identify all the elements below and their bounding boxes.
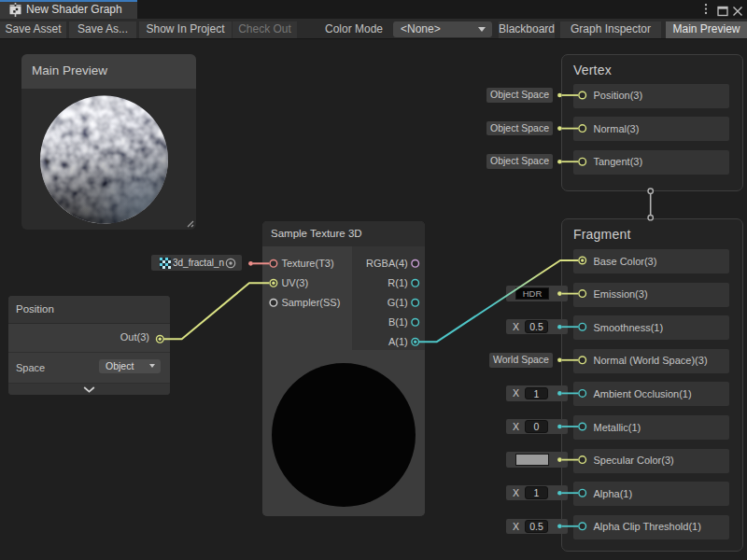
position-space-dropdown[interactable]: Object xyxy=(99,359,161,373)
axis-label: X xyxy=(513,487,519,498)
position-out-row: Out(3) xyxy=(8,324,170,353)
axis-label: X xyxy=(513,521,519,532)
fragment-slot-emission-3[interactable]: Emission(3) xyxy=(573,283,729,307)
axis-label: X xyxy=(513,321,519,332)
fragment-value-field: X0 xyxy=(506,419,568,435)
position-space-value: Object xyxy=(106,360,134,371)
fragment-slot-base-color-3[interactable]: Base Color(3) xyxy=(573,249,729,273)
value-input[interactable]: 0.5 xyxy=(525,320,548,333)
slot-label: Metallic(1) xyxy=(594,422,641,433)
slot-label: Alpha(1) xyxy=(594,488,633,499)
specular-color-swatch[interactable] xyxy=(515,454,549,467)
hdr-color-swatch[interactable]: HDR xyxy=(515,287,549,301)
node-position[interactable]: Position Out(3) Space Object xyxy=(8,296,170,395)
vertex-slot-tangent-3[interactable]: Tangent(3) xyxy=(573,150,729,175)
fragment-hdr-color-field: HDR xyxy=(506,286,568,301)
vertex-node-title: Vertex xyxy=(573,63,612,77)
sample-output-g-1: G(1) xyxy=(388,297,408,308)
sample-input-texture-t3: Texture(T3) xyxy=(281,258,333,269)
vertex-pill-object-space[interactable]: Object Space xyxy=(486,154,553,169)
fragment-value-field: X1 xyxy=(506,385,568,401)
sample-output-r-1: R(1) xyxy=(388,277,407,288)
slot-label: Normal (World Space)(3) xyxy=(594,355,708,366)
chevron-down-icon xyxy=(149,364,155,368)
sample-input-uv-3: UV(3) xyxy=(281,277,308,288)
chevron-down-icon xyxy=(83,386,95,393)
position-node-titlebar[interactable]: Position xyxy=(8,296,170,324)
graph-canvas[interactable]: VertexPosition(3)Normal(3)Tangent(3)Frag… xyxy=(0,0,747,560)
value-input[interactable]: 0.5 xyxy=(525,520,548,533)
fragment-specular-color-field xyxy=(506,452,568,468)
fragment-value-field: X0.5 xyxy=(506,319,568,335)
property-pill-label: 3d_fractal_n xyxy=(173,258,224,268)
fragment-slot-smoothness-1[interactable]: Smoothness(1) xyxy=(573,315,729,340)
position-space-label: Space xyxy=(16,362,45,373)
position-collapse-bar[interactable] xyxy=(8,383,170,395)
sample-texture-node-title: Sample Texture 3D xyxy=(271,228,362,239)
axis-label: X xyxy=(513,387,519,399)
exposed-target-icon[interactable] xyxy=(225,258,236,269)
property-pill-3d-fractal-n[interactable]: 3d_fractal_n xyxy=(151,255,242,271)
slot-label: Ambient Occlusion(1) xyxy=(594,388,692,399)
main-preview-sphere xyxy=(21,89,196,230)
main-preview-title: Main Preview xyxy=(32,63,107,77)
fragment-pill-world-space[interactable]: World Space xyxy=(489,353,553,368)
sample-output-rgba-4: RGBA(4) xyxy=(366,258,408,269)
node-sample-texture-3d[interactable]: Sample Texture 3DTexture(T3)UV(3)Sampler… xyxy=(262,221,425,516)
vertex-pill-object-space[interactable]: Object Space xyxy=(486,121,553,136)
vertex-pill-object-space[interactable]: Object Space xyxy=(486,88,553,103)
fragment-slot-normal-world-space-3[interactable]: Normal (World Space)(3) xyxy=(573,349,729,373)
sample-node-preview-sphere xyxy=(262,350,425,516)
value-input[interactable]: 1 xyxy=(525,387,548,400)
texture3d-asset-icon xyxy=(160,258,171,269)
fragment-slot-alpha-1[interactable]: Alpha(1) xyxy=(573,482,729,506)
resize-grip-icon[interactable] xyxy=(185,218,194,228)
position-space-row: Space Object xyxy=(8,352,170,383)
slot-label: Normal(3) xyxy=(594,123,640,134)
fragment-node-title: Fragment xyxy=(573,227,631,242)
value-input[interactable]: 0 xyxy=(525,420,548,433)
sample-input-sampler-ss: Sampler(SS) xyxy=(281,297,340,308)
slot-label: Alpha Clip Threshold(1) xyxy=(594,521,701,532)
vertex-slot-normal-3[interactable]: Normal(3) xyxy=(573,117,729,141)
slot-label: Specular Color(3) xyxy=(594,455,674,466)
node-fragment[interactable]: FragmentBase Color(3)Emission(3)Smoothne… xyxy=(561,218,743,553)
slot-label: Base Color(3) xyxy=(594,256,657,267)
value-input[interactable]: 1 xyxy=(525,486,548,499)
sample-output-a-1: A(1) xyxy=(388,336,408,347)
position-node-title: Position xyxy=(16,303,54,315)
sample-texture-node-titlebar[interactable]: Sample Texture 3D xyxy=(262,221,425,246)
slot-label: Smoothness(1) xyxy=(594,322,664,333)
fragment-value-field: X0.5 xyxy=(506,519,568,535)
slot-label: Emission(3) xyxy=(594,288,648,300)
slot-label: Position(3) xyxy=(594,90,643,101)
fragment-slot-ambient-occlusion-1[interactable]: Ambient Occlusion(1) xyxy=(573,382,729,406)
slot-label: Tangent(3) xyxy=(594,156,643,167)
fragment-slot-metallic-1[interactable]: Metallic(1) xyxy=(573,415,729,440)
axis-label: X xyxy=(513,421,519,432)
main-preview-window[interactable]: Main Preview xyxy=(21,54,196,230)
fragment-value-field: X1 xyxy=(506,485,568,501)
sample-output-b-1: B(1) xyxy=(388,316,408,328)
fragment-slot-specular-color-3[interactable]: Specular Color(3) xyxy=(573,449,729,473)
main-preview-header[interactable]: Main Preview xyxy=(21,54,196,89)
node-vertex[interactable]: VertexPosition(3)Normal(3)Tangent(3) xyxy=(561,54,743,191)
fragment-slot-alpha-clip-threshold-1[interactable]: Alpha Clip Threshold(1) xyxy=(573,515,729,539)
vertex-slot-position-3[interactable]: Position(3) xyxy=(573,84,729,108)
position-out-label: Out(3) xyxy=(120,331,149,343)
